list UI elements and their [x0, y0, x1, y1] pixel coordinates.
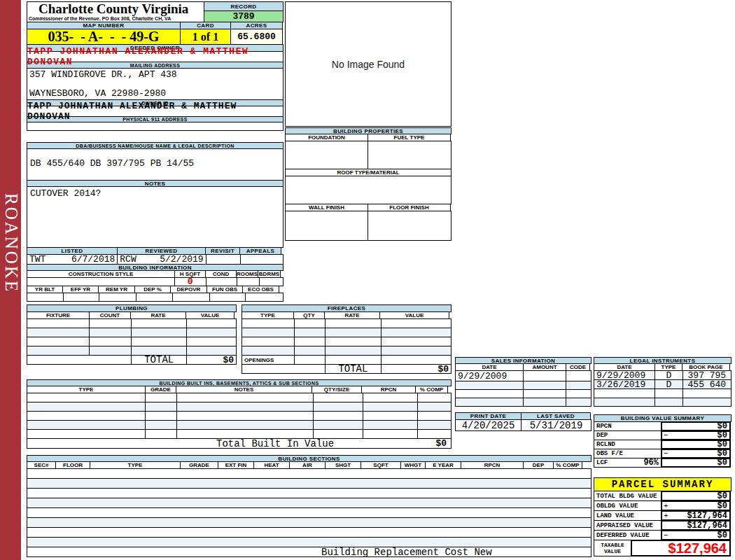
foundation-fuel-values	[285, 141, 451, 169]
built-ins-total-row: Total Built In Value $0	[27, 438, 451, 449]
empty-cell	[27, 393, 146, 402]
building-value-summary-panel: BUILDING VALUE SUMMARY RPCN $0 DEP −$0 R…	[594, 414, 732, 468]
legal-instruments-table: LEGAL INSTRUMENTS DATE TYPE BOOK PAGE 9/…	[594, 357, 732, 407]
empty-cell	[382, 346, 451, 355]
empty-cell	[173, 293, 210, 301]
col-eff-yr: EFF YR	[62, 286, 99, 293]
instrument-date: 9/29/2009	[594, 371, 655, 379]
empty-cell	[363, 402, 418, 411]
col-fixture: FIXTURE	[27, 312, 90, 319]
empty-cell	[314, 421, 364, 429]
table-row	[27, 507, 592, 518]
empty-cell	[382, 337, 451, 346]
empty-cell	[326, 319, 381, 328]
no-image-text: No Image Found	[332, 59, 405, 70]
empty-cell	[594, 398, 655, 406]
empty-cell	[146, 402, 177, 411]
empty-cell	[90, 319, 132, 328]
empty-cell	[132, 319, 187, 328]
col-book-page: BOOK PAGE	[682, 363, 730, 371]
col-rpcn: RPCN	[461, 461, 524, 469]
instrument-date: 3/26/2019	[594, 380, 655, 388]
roof-type-value	[285, 176, 451, 204]
notes-value: CUTOVER 2014?	[27, 186, 284, 248]
empty-cell	[27, 469, 591, 478]
sale-date: 9/29/2009	[456, 371, 524, 381]
appeals-label: APPEALS	[239, 247, 281, 255]
property-record-card: ROANOKE Charlotte County Virginia Commis…	[0, 0, 735, 560]
address-line-1: 357 WINDIGROVE DR., APT 438	[29, 69, 281, 80]
lcf-text: LCF	[596, 459, 608, 466]
col-h-sqft: H SQFT	[174, 270, 206, 278]
empty-cell	[27, 430, 146, 438]
empty-cell	[683, 398, 731, 406]
col-date: DATE	[455, 363, 524, 371]
fireplaces-total-row: TOTAL $0	[241, 364, 451, 374]
table-row	[27, 337, 237, 346]
col-amount: AMOUNT	[523, 363, 566, 371]
summary-row: OBS F/E −$0	[594, 449, 732, 458]
floor-finish-label: FLOOR FINISH	[368, 204, 451, 211]
identity-panel: Charlotte County Virginia Commissioner o…	[27, 1, 284, 131]
col-ext-fin: EXT FIN	[218, 461, 254, 469]
table-row	[27, 328, 237, 337]
lcf-value: $0	[671, 458, 729, 468]
col-heat: HEAT	[253, 461, 290, 469]
reviewed-date: 5/2/2019	[160, 255, 203, 264]
building-properties-panel: BUILDING PROPERTIES FOUNDATION FUEL TYPE…	[285, 127, 451, 241]
instrument-book-page: 397 795	[683, 371, 731, 379]
col-date: DATE	[594, 363, 655, 371]
fuel-type-label: FUEL TYPE	[368, 134, 451, 141]
built-ins-total-value: $0	[435, 439, 451, 448]
deferred-value-label: DEFERRED VALUE	[594, 530, 662, 540]
empty-cell	[242, 328, 295, 337]
appraised-value-label: APPRAISED VALUE	[594, 520, 662, 531]
empty-cell	[177, 430, 313, 438]
built-ins-table: BUILDING BUILT INS, BASEMENTS, ATTICS & …	[27, 379, 451, 449]
commissioner-line: Commissioner of the Revenue, PO Box 308,…	[29, 16, 204, 21]
col-sec: SEC#	[27, 461, 56, 469]
acres-value: 65.6800	[230, 29, 283, 45]
address-line-2: WAYNESBORO, VA 22980-2980	[29, 88, 281, 99]
empty-cell	[27, 528, 591, 537]
summary-row: DEFERRED VALUE −$0	[594, 530, 732, 540]
empty-cell	[27, 498, 591, 507]
empty-cell	[27, 479, 591, 488]
taxable-value-row: TAXABLE VALUE $127,964	[594, 540, 732, 556]
empty-cell	[27, 538, 591, 547]
empty-cell	[242, 346, 295, 355]
col-qty-size: QTY/SIZE	[312, 386, 362, 393]
built-ins-total-label: Total Built In Value	[216, 439, 334, 448]
empty-cell	[146, 393, 177, 402]
photo-placeholder: No Image Found	[285, 1, 451, 127]
empty-cell	[566, 398, 591, 406]
taxable-label-line1: TAXABLE	[601, 542, 624, 548]
reviewed-by: RCW	[120, 255, 136, 264]
empty-cell	[286, 176, 451, 204]
owner-id-value: TAPP JOHNATHAN ALEXANDER & MATTHEW DONOV…	[27, 106, 284, 117]
col-e-year: E YEAR	[425, 461, 461, 469]
table-row	[27, 346, 237, 356]
revisit-label: REVISIT	[205, 247, 240, 255]
fuel-type-value	[368, 141, 451, 169]
rclnd-value: $0	[671, 440, 729, 449]
empty-cell	[27, 421, 146, 429]
empty-cell	[456, 382, 524, 389]
building-sections-table: BUILDING SECTIONS SEC# FLOOR TYPE GRADE …	[27, 455, 592, 557]
empty-cell	[418, 402, 451, 411]
obldg-value: $0	[671, 501, 729, 511]
col-cond: COND	[205, 270, 237, 278]
empty-cell	[655, 389, 683, 398]
foundation-value	[286, 141, 368, 169]
empty-cell	[418, 393, 451, 402]
empty-cell	[524, 398, 566, 406]
table-row	[455, 398, 592, 407]
col-type: TYPE	[241, 312, 294, 319]
table-row	[241, 328, 451, 337]
empty-cell	[456, 390, 524, 398]
col-floor: FLOOR	[55, 461, 90, 469]
brand-sidebar: ROANOKE	[0, 0, 21, 560]
dep-value: $0	[671, 430, 729, 440]
empty-cell	[146, 412, 177, 420]
appraised-value: $127,964	[671, 521, 729, 531]
